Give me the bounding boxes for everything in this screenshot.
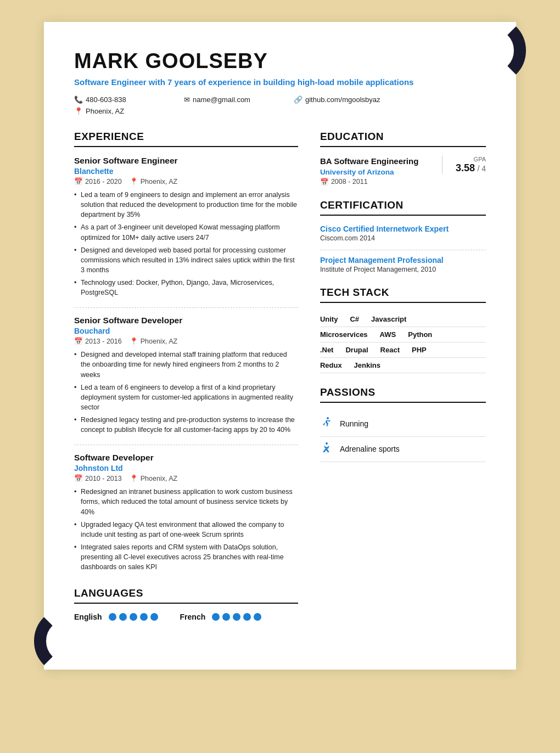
job-location-3: 📍Phoenix, AZ (130, 474, 177, 482)
job-dates-2: 📅2013 - 2016 (74, 337, 122, 345)
lang-french: French (180, 612, 262, 621)
tech-row-2: Microservices AWS Python (320, 327, 486, 342)
dot-en-4 (140, 613, 148, 621)
svg-point-1 (326, 442, 328, 445)
bullet-1-3: Designed and developed web based portal … (74, 245, 298, 275)
tech-microservices: Microservices (320, 327, 373, 342)
cal-icon-3: 📅 (74, 474, 83, 482)
lang-english: English (74, 612, 158, 621)
company-name-3: Johnston Ltd (74, 464, 298, 473)
email-value: name@gmail.com (193, 95, 250, 104)
passion-adrenaline-label: Adrenaline sports (340, 445, 400, 453)
edu-school: University of Arizona (320, 168, 418, 176)
job-item-3: Software Developer Johnston Ltd 📅2010 - … (74, 453, 298, 572)
tech-jenkins: Jenkins (354, 358, 386, 373)
job-dates-3: 📅2010 - 2013 (74, 474, 122, 482)
experience-title: EXPERIENCE (74, 131, 298, 147)
edu-cal-icon: 📅 (320, 178, 329, 186)
cert-detail-2: Institute of Project Management, 2010 (320, 266, 486, 273)
dot-fr-2 (222, 613, 230, 621)
cert-item-2: Project Management Professional Institut… (320, 256, 486, 273)
right-column: EDUCATION BA Software Engineering Univer… (320, 131, 486, 637)
cert-divider-1 (320, 250, 486, 250)
job-dates-1: 📅2016 - 2020 (74, 177, 122, 186)
bullet-2-3: Redesigned legacy testing and pre-produc… (74, 415, 298, 435)
location-item: 📍 Phoenix, AZ (74, 107, 184, 115)
company-name-2: Bouchard (74, 327, 298, 335)
dot-en-1 (109, 613, 116, 621)
job-title-2: Senior Software Developer (74, 316, 298, 325)
bullet-2-1: Designed and developed internal staff tr… (74, 350, 298, 379)
candidate-subtitle: Software Engineer with 7 years of experi… (74, 76, 486, 88)
tech-aws: AWS (380, 327, 402, 342)
gpa-value: 3.58 (456, 162, 475, 173)
job-divider-2 (74, 445, 298, 445)
job-divider-1 (74, 307, 298, 308)
job-location-2: 📍Phoenix, AZ (130, 337, 177, 345)
svg-point-0 (327, 417, 329, 419)
dot-fr-1 (212, 613, 220, 621)
bullet-1-4: Technology used: Docker, Python, Django,… (74, 278, 298, 297)
tech-react: React (380, 342, 405, 357)
candidate-name: MARK GOOLSEBY (74, 49, 486, 73)
tech-csharp: C# (350, 312, 365, 327)
edu-degree: BA Software Engineering (320, 156, 418, 167)
job-bullets-3: Redesigned an intranet business applicat… (74, 487, 298, 572)
languages-title: LANGUAGES (74, 587, 298, 604)
edu-dates: 📅 2008 - 2011 (320, 178, 418, 186)
bullet-2-2: Led a team of 6 engineers to develop a f… (74, 383, 298, 412)
github-item: 🔗 github.com/mgoolsbyaz (294, 95, 404, 104)
location-icon: 📍 (74, 107, 83, 115)
email-icon: ✉ (184, 95, 190, 104)
phone-icon: 📞 (74, 95, 83, 104)
loc-icon-3: 📍 (130, 474, 138, 482)
edu-block: BA Software Engineering University of Ar… (320, 156, 486, 186)
lang-name-french: French (180, 612, 206, 621)
loc-icon-1: 📍 (130, 177, 138, 186)
tech-redux: Redux (320, 358, 348, 373)
bullet-3-2: Upgraded legacy QA test environment that… (74, 520, 298, 540)
bullet-3-1: Redesigned an intranet business applicat… (74, 487, 298, 516)
adrenaline-icon (320, 441, 333, 457)
tech-unity: Unity (320, 312, 344, 327)
tech-row-4: Redux Jenkins (320, 358, 486, 373)
dot-en-3 (130, 613, 137, 621)
bullet-1-2: As a part of 3-engineer unit developed K… (74, 222, 298, 242)
running-icon (320, 416, 333, 432)
job-meta-1: 📅2016 - 2020 📍Phoenix, AZ (74, 177, 298, 186)
tech-row-3: .Net Drupal React PHP (320, 342, 486, 358)
cal-icon-2: 📅 (74, 337, 83, 345)
link-icon: 🔗 (294, 95, 303, 104)
header-section: MARK GOOLSEBY Software Engineer with 7 y… (74, 49, 486, 115)
phone-value: 480-603-838 (86, 95, 126, 104)
resume-paper: MARK GOOLSEBY Software Engineer with 7 y… (44, 22, 516, 670)
dot-fr-5 (254, 613, 261, 621)
contact-row: 📞 480-603-838 ✉ name@gmail.com 🔗 github.… (74, 95, 486, 115)
dot-fr-3 (233, 613, 240, 621)
job-item-1: Senior Software Engineer Blanchette 📅201… (74, 156, 298, 297)
tech-net: .Net (320, 342, 339, 357)
education-title: EDUCATION (320, 131, 486, 147)
cert-name-1: Cisco Certified Internetwork Expert (320, 224, 486, 233)
job-bullets-2: Designed and developed internal staff tr… (74, 350, 298, 435)
tech-stack-title: TECH STACK (320, 286, 486, 303)
tech-php: PHP (412, 342, 432, 357)
edu-left: BA Software Engineering University of Ar… (320, 156, 418, 186)
company-name-1: Blanchette (74, 167, 298, 176)
certification-title: CERTIFICATION (320, 199, 486, 216)
location-value: Phoenix, AZ (86, 107, 124, 115)
email-item: ✉ name@gmail.com (184, 95, 294, 104)
job-meta-3: 📅2010 - 2013 📍Phoenix, AZ (74, 474, 298, 482)
tech-row-1: Unity C# Javascript (320, 312, 486, 327)
tech-stack-section: TECH STACK Unity C# Javascript Microserv… (320, 286, 486, 373)
experience-section: EXPERIENCE Senior Software Engineer Blan… (74, 131, 298, 572)
job-location-1: 📍Phoenix, AZ (130, 177, 177, 186)
job-title-1: Senior Software Engineer (74, 156, 298, 166)
tech-grid: Unity C# Javascript Microservices AWS Py… (320, 312, 486, 373)
edu-gpa-block: GPA 3.58 / 4 (442, 156, 486, 174)
edu-row: BA Software Engineering University of Ar… (320, 156, 486, 186)
two-col-layout: EXPERIENCE Senior Software Engineer Blan… (74, 131, 486, 637)
passion-running: Running (320, 412, 486, 437)
dot-en-2 (119, 613, 127, 621)
lang-dots-english (109, 613, 158, 621)
